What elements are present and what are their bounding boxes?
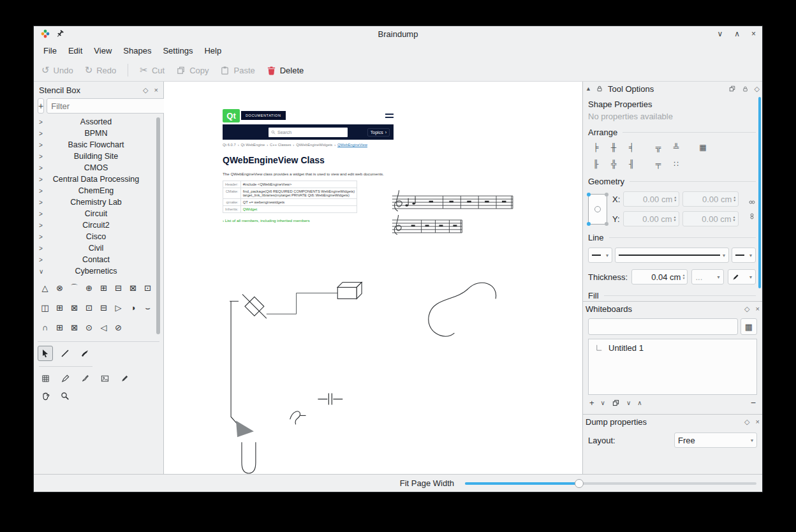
- stencil-filter-input[interactable]: [47, 98, 168, 114]
- stencil-category-chemistry-lab[interactable]: > Chemistry Lab: [36, 196, 156, 208]
- width-spinbox[interactable]: 0.00 cm ▴▾: [682, 191, 739, 207]
- stencil-glyph-icon[interactable]: ⊡: [140, 278, 155, 298]
- grid-tool-button[interactable]: [38, 371, 53, 386]
- stencil-glyph-icon[interactable]: ∩: [38, 318, 52, 337]
- thickness-spinbox[interactable]: 0.04 cm ▴▾: [631, 269, 688, 284]
- float-docker-icon[interactable]: ◇: [744, 305, 749, 313]
- paste-button[interactable]: Paste: [220, 66, 254, 75]
- add-stencil-button[interactable]: +: [38, 98, 44, 114]
- line-end-combo[interactable]: ▾: [732, 248, 756, 263]
- float-docker-icon[interactable]: ◇: [143, 86, 148, 94]
- chevron-down-icon[interactable]: ∨: [36, 268, 47, 275]
- add-whiteboard-button[interactable]: +: [589, 398, 594, 408]
- chevron-right-icon[interactable]: >: [36, 142, 47, 149]
- chevron-down-icon[interactable]: ∨: [626, 399, 631, 406]
- stencil-glyph-icon[interactable]: ⊞: [52, 318, 67, 337]
- group-icon[interactable]: ▦: [695, 141, 711, 154]
- chevron-right-icon[interactable]: >: [36, 176, 47, 183]
- tool-options-scrollbar[interactable]: [758, 97, 761, 288]
- chevron-up-icon[interactable]: ∧: [637, 399, 642, 406]
- stencil-category-circuit2[interactable]: > Circuit2: [36, 219, 156, 231]
- menu-shapes[interactable]: Shapes: [117, 43, 157, 59]
- stencil-glyph-icon[interactable]: ▷: [111, 298, 126, 318]
- line-tool-button[interactable]: [57, 346, 73, 361]
- stencil-glyph-icon[interactable]: ⊘: [111, 318, 126, 337]
- chevron-right-icon[interactable]: >: [36, 130, 47, 137]
- float-docker-icon[interactable]: ◇: [744, 418, 749, 426]
- pen-style-button[interactable]: ▾: [728, 269, 756, 284]
- layout-combo[interactable]: Free ▾: [674, 432, 757, 448]
- stencil-category-cisco[interactable]: > Cisco: [36, 231, 156, 242]
- menu-view[interactable]: View: [88, 43, 117, 59]
- menu-settings[interactable]: Settings: [157, 43, 198, 59]
- lock-icon[interactable]: [742, 85, 749, 92]
- dash-style-combo[interactable]: ... ▾: [691, 269, 723, 284]
- chevron-right-icon[interactable]: >: [36, 119, 47, 126]
- whiteboard-canvas[interactable]: Qt DOCUMENTATION Search Topics ›: [164, 82, 582, 474]
- stencil-category-bpmn[interactable]: > BPMN: [36, 128, 156, 139]
- stencil-glyph-icon[interactable]: ⌣: [140, 298, 155, 318]
- chevron-right-icon[interactable]: >: [36, 211, 47, 218]
- distribute-right-icon[interactable]: ╢: [624, 158, 639, 170]
- align-left-icon[interactable]: ╞: [588, 141, 603, 154]
- stencil-glyph-icon[interactable]: ⊗: [52, 278, 67, 298]
- align-top-icon[interactable]: ╦: [651, 141, 666, 154]
- y-position-spinbox[interactable]: 0.00 cm ▴▾: [623, 211, 679, 226]
- zoom-slider[interactable]: [465, 482, 756, 485]
- zoom-tool-button[interactable]: [57, 388, 73, 404]
- stencil-glyph-icon[interactable]: ⊟: [96, 298, 111, 318]
- stencil-glyph-icon[interactable]: ⊡: [82, 298, 96, 318]
- stencil-category-cmos[interactable]: > CMOS: [36, 162, 156, 174]
- chevron-right-icon[interactable]: >: [36, 233, 47, 240]
- stencil-category-contact[interactable]: > Contact: [36, 254, 156, 265]
- whiteboard-name-input[interactable]: [588, 318, 738, 335]
- zoom-slider-handle[interactable]: [575, 479, 584, 488]
- line-start-combo[interactable]: ▾: [588, 248, 612, 263]
- line-style-combo[interactable]: ▾: [615, 248, 729, 263]
- stencil-glyph-icon[interactable]: ⊠: [67, 318, 82, 337]
- stencil-glyph-icon[interactable]: ⌒: [67, 278, 82, 298]
- whiteboard-list-item[interactable]: Untitled 1: [589, 339, 756, 353]
- close-docker-icon[interactable]: ×: [154, 86, 158, 94]
- stencil-glyph-icon[interactable]: ◫: [38, 298, 52, 318]
- stencil-glyph-icon[interactable]: ◑: [126, 298, 140, 318]
- stencil-category-cybernetics[interactable]: ∨ Cybernetics: [36, 265, 156, 277]
- aspect-link-icon[interactable]: [748, 212, 756, 220]
- duplicate-whiteboard-button[interactable]: [612, 399, 620, 407]
- stencil-glyph-icon[interactable]: ⊠: [67, 298, 82, 318]
- close-docker-icon[interactable]: ×: [756, 418, 760, 425]
- select-tool-button[interactable]: [38, 346, 53, 361]
- pencil-tool-button[interactable]: [117, 371, 132, 386]
- x-position-spinbox[interactable]: 0.00 cm ▴▾: [623, 191, 679, 207]
- collapse-triangle-icon[interactable]: ▲: [586, 85, 591, 92]
- lock-icon[interactable]: [596, 85, 603, 92]
- chevron-right-icon[interactable]: >: [36, 153, 47, 160]
- menu-help[interactable]: Help: [198, 43, 227, 59]
- remove-whiteboard-button[interactable]: −: [751, 397, 756, 408]
- brush-tool-button[interactable]: [77, 371, 92, 386]
- stencil-glyph-icon[interactable]: ⊞: [96, 278, 111, 298]
- distribute-center-icon[interactable]: ╬: [606, 158, 621, 170]
- stencil-category-assorted[interactable]: > Assorted: [36, 116, 156, 128]
- pen-tool-button[interactable]: [57, 371, 73, 386]
- stencil-glyph-icon[interactable]: ⊟: [111, 278, 126, 298]
- redo-button[interactable]: ↻ Redo: [85, 64, 117, 76]
- close-docker-icon[interactable]: ×: [756, 305, 760, 313]
- detach-icon[interactable]: [728, 85, 736, 92]
- stencil-category-central-data-processing[interactable]: > Central Data Processing: [36, 174, 156, 185]
- stencil-glyph-icon[interactable]: ⊕: [82, 278, 96, 298]
- cut-button[interactable]: ✂ Cut: [140, 64, 165, 76]
- pan-tool-button[interactable]: [38, 388, 53, 404]
- chevron-right-icon[interactable]: >: [36, 199, 47, 206]
- aspect-link-icon[interactable]: [748, 198, 756, 206]
- chevron-right-icon[interactable]: >: [36, 188, 47, 195]
- chevron-right-icon[interactable]: >: [36, 165, 47, 172]
- menu-edit[interactable]: Edit: [63, 43, 88, 59]
- stencil-list-scrollbar[interactable]: [156, 117, 160, 334]
- pin-icon[interactable]: [55, 29, 64, 38]
- delete-button[interactable]: Delete: [267, 66, 304, 75]
- calligraphy-tool-button[interactable]: [77, 346, 92, 361]
- stencil-category-circuit[interactable]: > Circuit: [36, 208, 156, 219]
- board-view-button[interactable]: ▦: [741, 318, 757, 335]
- chevron-right-icon[interactable]: >: [36, 222, 47, 229]
